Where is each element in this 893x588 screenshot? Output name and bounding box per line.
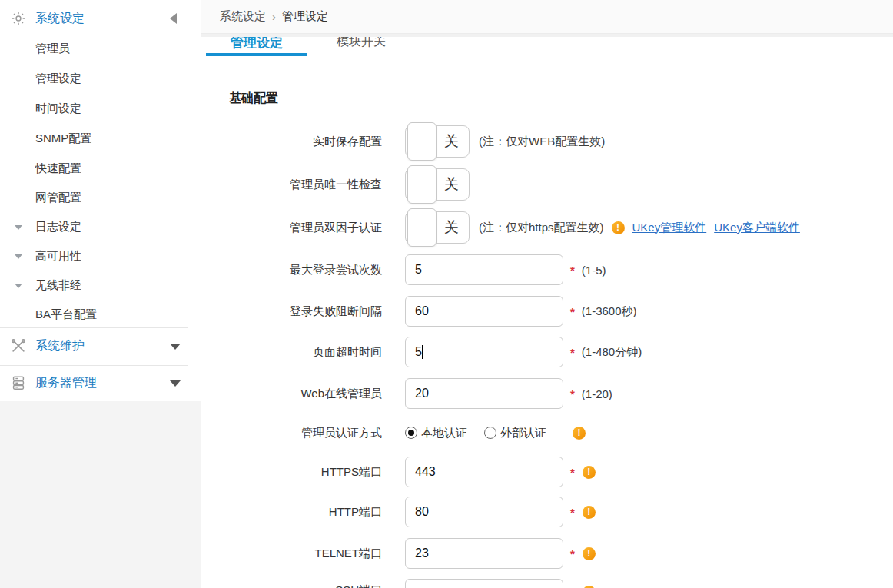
form-row-auth-method: 管理员认证方式 本地认证 外部认证 !: [201, 421, 893, 444]
sidebar-item-high-availability[interactable]: 高可用性: [0, 248, 201, 264]
sidebar-item-admin[interactable]: 管理员: [0, 41, 201, 56]
radio-external-auth[interactable]: [484, 427, 496, 439]
radio-local-auth[interactable]: [405, 427, 417, 439]
required-asterisk: *: [570, 305, 575, 318]
sidebar-item-ba-platform[interactable]: BA平台配置: [0, 307, 201, 322]
form-row-page-timeout: 页面超时时间 * (1-480分钟): [201, 337, 893, 367]
text-cursor: [422, 345, 423, 359]
sidebar-group-system-settings[interactable]: 系统设定: [0, 11, 201, 26]
main-content: 系统设定 › 管理设定 管理设定 模块开关 基础配置 实时保存配置 关 (: [201, 0, 893, 588]
required-asterisk: *: [570, 466, 575, 479]
warning-icon[interactable]: !: [583, 466, 596, 479]
toggle-knob: [407, 165, 437, 204]
ukey-client-software-link[interactable]: UKey客户端软件: [714, 221, 800, 235]
scroll-clip-band: [201, 34, 893, 37]
page-timeout-input[interactable]: [405, 337, 563, 367]
form-row-https-port: HTTPS端口 * !: [201, 457, 893, 487]
collapse-left-arrow-icon[interactable]: [170, 13, 177, 24]
required-asterisk: *: [570, 264, 575, 277]
tools-icon: [10, 337, 27, 354]
sidebar-item-log-settings[interactable]: 日志设定: [0, 219, 201, 234]
max-login-attempts-input[interactable]: [405, 254, 563, 285]
sidebar: 系统设定 管理员 管理设定 时间设定 SNMP配置 快速配置 网管配置 日志设定…: [0, 0, 201, 588]
sidebar-group-label: 系统设定: [35, 11, 85, 26]
active-tab-underline: [206, 53, 307, 56]
warning-icon[interactable]: !: [583, 547, 596, 560]
breadcrumb: 系统设定 › 管理设定: [201, 0, 893, 34]
http-port-input[interactable]: [405, 497, 563, 527]
form-row-http-port: HTTP端口 * !: [201, 497, 893, 527]
web-online-admins-input[interactable]: [405, 378, 563, 409]
warning-icon[interactable]: !: [612, 221, 625, 234]
admin-settings-page: 系统设定 管理员 管理设定 时间设定 SNMP配置 快速配置 网管配置 日志设定…: [0, 0, 893, 588]
sidebar-item-admin-settings[interactable]: 管理设定: [0, 71, 201, 86]
sidebar-divider: [0, 327, 188, 328]
login-fail-block-input[interactable]: [405, 296, 563, 327]
chevron-down-icon: [15, 284, 22, 288]
sidebar-divider: [0, 365, 188, 366]
form-row-ssh-port: SSH端口 * !: [201, 579, 893, 588]
two-factor-toggle[interactable]: 关: [405, 211, 470, 244]
ssh-port-input[interactable]: [405, 579, 563, 588]
breadcrumb-parent[interactable]: 系统设定: [220, 9, 266, 24]
warning-icon[interactable]: !: [583, 506, 596, 519]
required-asterisk: *: [570, 346, 575, 359]
sidebar-item-time-settings[interactable]: 时间设定: [0, 101, 201, 116]
telnet-port-input[interactable]: [405, 538, 563, 569]
sidebar-footer-area: [0, 401, 201, 588]
form-row-realtime-save: 实时保存配置 关 (注：仅对WEB配置生效): [201, 125, 893, 158]
form-row-max-login-attempts: 最大登录尝试次数 * (1-5): [201, 254, 893, 285]
sidebar-item-snmp[interactable]: SNMP配置: [0, 131, 201, 146]
sidebar-group-system-maintenance[interactable]: 系统维护: [0, 338, 201, 354]
ukey-admin-software-link[interactable]: UKey管理软件: [632, 221, 707, 235]
form-row-telnet-port: TELNET端口 * !: [201, 538, 893, 569]
breadcrumb-separator: ›: [272, 10, 276, 23]
sidebar-item-netmgmt-config[interactable]: 网管配置: [0, 190, 201, 205]
tab-admin-settings[interactable]: 管理设定: [206, 37, 307, 58]
chevron-down-icon[interactable]: [170, 380, 181, 387]
admin-unique-toggle[interactable]: 关: [405, 168, 470, 201]
required-asterisk: *: [570, 506, 575, 519]
toggle-knob: [407, 208, 437, 247]
required-asterisk: *: [570, 387, 575, 400]
section-title: 基础配置: [229, 91, 278, 107]
chevron-down-icon: [15, 225, 22, 230]
range-hint: (1-3600秒): [582, 304, 637, 319]
form-row-web-online-admins: Web在线管理员 * (1-20): [201, 378, 893, 409]
form-row-admin-unique: 管理员唯一性检查 关: [201, 168, 893, 201]
server-icon: [10, 374, 27, 391]
realtime-save-note: (注：仅对WEB配置生效): [479, 135, 605, 149]
range-hint: (1-5): [582, 264, 606, 277]
range-hint: (1-480分钟): [582, 345, 642, 360]
required-asterisk: *: [570, 547, 575, 560]
gear-icon: [10, 10, 27, 27]
chevron-down-icon[interactable]: [170, 344, 181, 350]
toggle-knob: [407, 122, 437, 161]
chevron-down-icon: [15, 254, 22, 259]
tab-bar: 管理设定 模块开关: [201, 37, 893, 58]
sidebar-item-wireless[interactable]: 无线非经: [0, 277, 201, 293]
form-row-two-factor: 管理员双因子认证 关 (注：仅对https配置生效) ! UKey管理软件 UK…: [201, 211, 893, 244]
form-row-login-fail-block: 登录失败阻断间隔 * (1-3600秒): [201, 296, 893, 327]
warning-icon[interactable]: !: [573, 427, 586, 440]
two-factor-note: (注：仅对https配置生效): [479, 221, 604, 235]
breadcrumb-current: 管理设定: [282, 9, 328, 24]
https-port-input[interactable]: [405, 457, 563, 487]
sidebar-item-quick-config[interactable]: 快速配置: [0, 161, 201, 176]
tab-module-switch[interactable]: 模块开关: [307, 37, 415, 58]
sidebar-group-server-management[interactable]: 服务器管理: [0, 375, 201, 390]
range-hint: (1-20): [582, 387, 612, 400]
realtime-save-toggle[interactable]: 关: [405, 125, 470, 158]
